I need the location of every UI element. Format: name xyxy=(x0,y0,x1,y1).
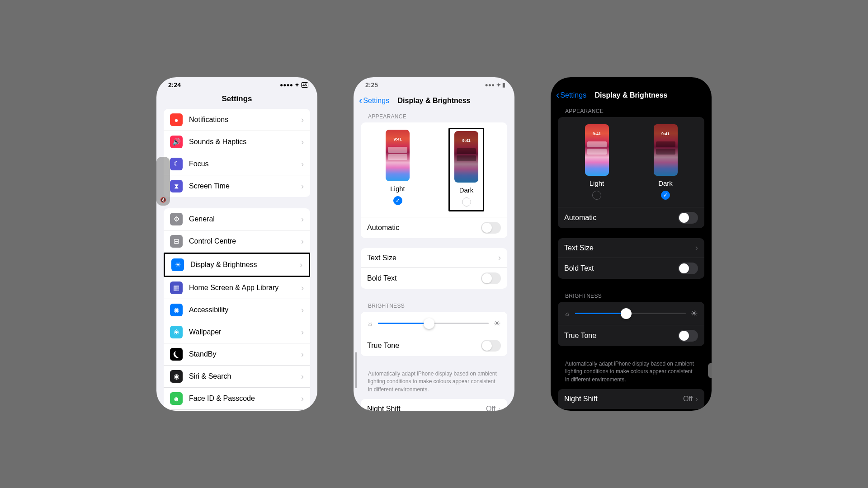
row-label: Screen Time xyxy=(189,182,301,190)
settings-row-standby[interactable]: ⏾StandBy› xyxy=(164,343,310,366)
bold-text-toggle[interactable] xyxy=(678,263,698,274)
automatic-row[interactable]: Automatic xyxy=(558,207,704,228)
settings-row-emergency-sos[interactable]: SOSEmergency SOS› xyxy=(164,410,310,411)
settings-row-control-centre[interactable]: ⊟Control Centre› xyxy=(164,230,310,253)
brightness-slider[interactable] xyxy=(575,313,686,314)
settings-row-home-screen-app-library[interactable]: ▦Home Screen & App Library› xyxy=(164,277,310,299)
control-centre-icon: ⊟ xyxy=(170,235,183,248)
settings-row-face-id-passcode[interactable]: ☻Face ID & Passcode› xyxy=(164,388,310,410)
dark-radio[interactable] xyxy=(462,197,471,206)
bold-text-toggle[interactable] xyxy=(481,272,501,284)
appearance-dark[interactable]: 9:41 Dark ✓ xyxy=(652,122,679,202)
night-shift-group: Night Shift Off › xyxy=(361,399,507,411)
cellular-icon: ●●●● xyxy=(280,82,293,88)
chevron-right-icon: › xyxy=(301,283,304,293)
light-radio[interactable]: ✓ xyxy=(393,196,402,205)
sun-large-icon: ☀ xyxy=(493,318,501,328)
true-tone-toggle[interactable] xyxy=(481,340,501,352)
text-size-row[interactable]: Text Size › xyxy=(558,238,704,258)
appearance-dark[interactable]: 9:41 Dark xyxy=(448,128,484,211)
night-shift-label: Night Shift xyxy=(367,405,486,411)
automatic-label: Automatic xyxy=(564,214,678,222)
settings-row-focus[interactable]: ☾Focus› xyxy=(164,153,310,175)
text-size-label: Text Size xyxy=(367,254,498,262)
bold-text-row[interactable]: Bold Text xyxy=(361,268,507,289)
true-tone-label: True Tone xyxy=(564,332,678,340)
sun-small-icon: ☼ xyxy=(564,310,571,317)
standby-icon: ⏾ xyxy=(170,348,183,361)
dark-radio[interactable]: ✓ xyxy=(661,191,670,200)
appearance-group: 9:41 Light 9:41 Dark ✓ Automatic xyxy=(558,117,704,228)
night-shift-group: Night Shift Off › xyxy=(558,389,704,409)
text-size-row[interactable]: Text Size › xyxy=(361,248,507,268)
appearance-light[interactable]: 9:41 Light xyxy=(583,122,611,202)
chevron-right-icon: › xyxy=(301,115,304,125)
row-label: Control Centre xyxy=(189,237,301,245)
accessibility-icon: ◉ xyxy=(170,304,183,316)
row-label: Home Screen & App Library xyxy=(189,284,301,292)
chevron-right-icon: › xyxy=(301,305,304,315)
chevron-right-icon: › xyxy=(300,260,302,270)
settings-row-notifications[interactable]: ●Notifications› xyxy=(164,109,310,131)
back-button[interactable]: ‹ Settings xyxy=(556,89,586,101)
appearance-light[interactable]: 9:41 Light ✓ xyxy=(384,128,411,211)
settings-row-siri-search[interactable]: ◉Siri & Search› xyxy=(164,366,310,388)
chevron-right-icon: › xyxy=(498,253,501,263)
row-label: Display & Brightness xyxy=(190,261,300,269)
settings-row-sounds-haptics[interactable]: 🔊Sounds & Haptics› xyxy=(164,131,310,153)
settings-group-2: ⚙General›⊟Control Centre›☀Display & Brig… xyxy=(164,208,310,411)
nav-header: ‹ Settings Display & Brightness xyxy=(551,85,712,105)
night-shift-row[interactable]: Night Shift Off › xyxy=(558,389,704,409)
automatic-row[interactable]: Automatic xyxy=(361,217,507,238)
true-tone-note: Automatically adapt iPhone display based… xyxy=(354,367,514,399)
chevron-left-icon: ‹ xyxy=(359,95,362,107)
brightness-slider-row[interactable]: ☼ ☀ xyxy=(558,302,704,325)
sounds-icon: 🔊 xyxy=(170,136,183,148)
dark-label: Dark xyxy=(459,186,474,194)
true-tone-row[interactable]: True Tone xyxy=(558,325,704,346)
settings-row-wallpaper[interactable]: ❀Wallpaper› xyxy=(164,321,310,343)
status-bar xyxy=(551,77,712,85)
back-button[interactable]: ‹ Settings xyxy=(359,95,389,107)
siri-icon: ◉ xyxy=(170,370,183,383)
true-tone-row[interactable]: True Tone xyxy=(361,335,507,356)
wallpaper-icon: ❀ xyxy=(170,326,183,338)
bold-text-label: Bold Text xyxy=(564,264,678,272)
night-shift-row[interactable]: Night Shift Off › xyxy=(361,399,507,411)
light-radio[interactable] xyxy=(592,191,601,200)
focus-icon: ☾ xyxy=(170,158,183,170)
true-tone-toggle[interactable] xyxy=(678,330,698,342)
automatic-toggle[interactable] xyxy=(678,212,698,224)
brightness-slider-row[interactable]: ☼ ☀ xyxy=(361,312,507,335)
page-title: Settings xyxy=(156,91,317,109)
status-bar: 2:24 ●●●● ✦ 45 xyxy=(156,77,317,91)
true-tone-note: Automatically adapt iPhone display based… xyxy=(551,357,712,389)
text-group: Text Size › Bold Text xyxy=(558,238,704,279)
notifications-icon: ● xyxy=(170,113,183,126)
brightness-group: ☼ ☀ True Tone xyxy=(558,302,704,346)
row-label: Accessibility xyxy=(189,306,301,314)
chevron-right-icon: › xyxy=(695,243,698,253)
page-title: Display & Brightness xyxy=(595,91,668,99)
appearance-header: APPEARANCE xyxy=(354,111,514,122)
brightness-slider[interactable] xyxy=(378,323,489,324)
settings-row-display-brightness[interactable]: ☀Display & Brightness› xyxy=(164,253,310,277)
chevron-right-icon: › xyxy=(498,404,501,411)
settings-row-general[interactable]: ⚙General› xyxy=(164,208,310,230)
text-group: Text Size › Bold Text xyxy=(361,248,507,289)
appearance-options: 9:41 Light 9:41 Dark ✓ xyxy=(558,122,704,207)
settings-row-screen-time[interactable]: ⧗Screen Time› xyxy=(164,175,310,197)
light-label: Light xyxy=(590,179,604,187)
chevron-right-icon: › xyxy=(301,394,304,404)
chevron-right-icon: › xyxy=(301,137,304,147)
phone-settings-light: 2:24 ●●●● ✦ 45 Settings ●Notifications›🔊… xyxy=(156,77,317,411)
back-label: Settings xyxy=(560,91,586,99)
automatic-toggle[interactable] xyxy=(481,222,501,234)
battery-icon: 45 xyxy=(301,82,308,88)
status-bar: 2:25 ●●● ✦ ▮ xyxy=(354,77,514,91)
bold-text-row[interactable]: Bold Text xyxy=(558,258,704,279)
dark-preview: 9:41 xyxy=(454,131,478,183)
settings-row-accessibility[interactable]: ◉Accessibility› xyxy=(164,299,310,321)
chevron-right-icon: › xyxy=(695,394,698,404)
bold-text-label: Bold Text xyxy=(367,274,481,282)
